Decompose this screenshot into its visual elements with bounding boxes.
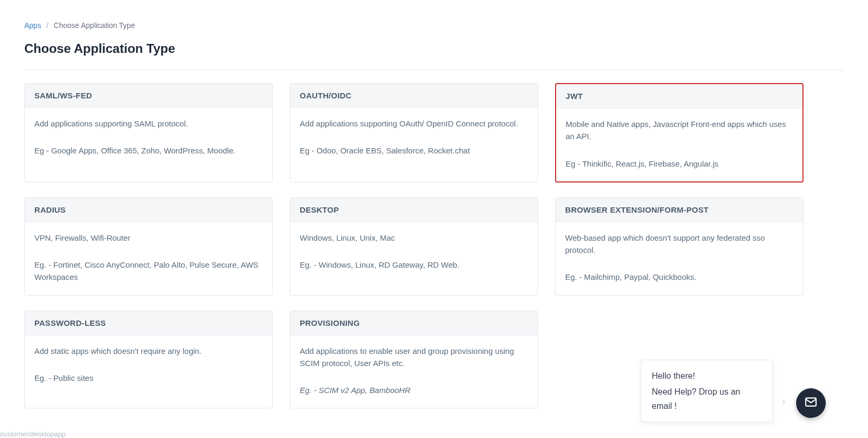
- card-description: Add applications to enable user and grou…: [300, 345, 528, 370]
- card-examples: Eg. - Fortinet, Cisco AnyConnect, Palo A…: [34, 259, 263, 284]
- card-header: PASSWORD-LESS: [25, 311, 272, 335]
- card-body: Add static apps which doesn't require an…: [25, 335, 272, 408]
- card-description: Web-based app which doesn't support any …: [565, 232, 793, 257]
- card-header: RADIUS: [25, 198, 272, 222]
- card-radius[interactable]: RADIUS VPN, Firewalls, Wifi-Router Eg. -…: [24, 197, 273, 296]
- card-description: VPN, Firewalls, Wifi-Router: [34, 232, 263, 244]
- breadcrumb-current: Choose Application Type: [54, 21, 135, 30]
- card-examples: Eg. - Mailchimp, Paypal, Quickbooks.: [565, 271, 793, 283]
- card-title: RADIUS: [34, 205, 263, 214]
- card-header: BROWSER EXTENSION/FORM-POST: [556, 198, 803, 222]
- chat-tooltip: Hello there! Need Help? Drop us an email…: [641, 360, 773, 422]
- card-title: DESKTOP: [300, 205, 528, 214]
- card-examples: Eg - Odoo, Oracle EBS, Salesforce, Rocke…: [300, 144, 528, 157]
- card-examples: Eg. - Public sites: [34, 372, 263, 384]
- card-header: OAUTH/OIDC: [290, 84, 538, 108]
- footer-hint: customer/desktopapp: [0, 430, 66, 438]
- card-title: JWT: [566, 92, 793, 101]
- chat-launcher-button[interactable]: [796, 388, 826, 418]
- card-body: VPN, Firewalls, Wifi-Router Eg. - Fortin…: [25, 222, 272, 295]
- card-header: SAML/WS-FED: [25, 84, 272, 108]
- chat-tooltip-line1: Hello there!: [652, 369, 762, 383]
- card-jwt[interactable]: JWT Mobile and Native apps, Javascript F…: [555, 83, 804, 182]
- card-description: Mobile and Native apps, Javascript Front…: [566, 118, 793, 143]
- card-body: Add applications supporting SAML protoco…: [25, 108, 272, 182]
- page-title: Choose Application Type: [24, 41, 844, 56]
- card-body: Mobile and Native apps, Javascript Front…: [556, 108, 802, 181]
- card-browser-extension-form-post[interactable]: BROWSER EXTENSION/FORM-POST Web-based ap…: [555, 197, 804, 296]
- card-password-less[interactable]: PASSWORD-LESS Add static apps which does…: [24, 311, 273, 409]
- card-oauth-oidc[interactable]: OAUTH/OIDC Add applications supporting O…: [290, 83, 538, 182]
- chat-tooltip-line2: Need Help? Drop us an email !: [652, 385, 762, 413]
- card-body: Add applications to enable user and grou…: [290, 335, 538, 408]
- card-title: OAUTH/OIDC: [300, 91, 528, 100]
- card-description: Add applications supporting OAuth/ OpenI…: [300, 117, 528, 130]
- chevron-right-icon: ›: [782, 395, 786, 407]
- card-header: PROVISIONING: [290, 311, 538, 335]
- card-saml-ws-fed[interactable]: SAML/WS-FED Add applications supporting …: [24, 83, 273, 182]
- card-description: Windows, Linux, Unix, Mac: [300, 232, 528, 244]
- card-body: Web-based app which doesn't support any …: [556, 222, 803, 295]
- mail-icon: [804, 395, 818, 411]
- card-description: Add applications supporting SAML protoco…: [34, 117, 263, 130]
- card-body: Add applications supporting OAuth/ OpenI…: [290, 108, 538, 182]
- breadcrumb-separator: /: [47, 21, 49, 30]
- breadcrumb-root-link[interactable]: Apps: [24, 21, 41, 30]
- card-examples: Eg - Google Apps, Office 365, Zoho, Word…: [34, 144, 263, 157]
- card-header: JWT: [556, 84, 802, 108]
- card-title: BROWSER EXTENSION/FORM-POST: [565, 205, 793, 214]
- card-examples: Eg. - Windows, Linux, RD Gateway, RD Web…: [300, 259, 528, 271]
- card-description: Add static apps which doesn't require an…: [34, 345, 263, 357]
- card-title: PROVISIONING: [300, 318, 528, 327]
- breadcrumb: Apps / Choose Application Type: [24, 21, 844, 30]
- section-divider: [24, 70, 844, 70]
- card-title: PASSWORD-LESS: [34, 318, 263, 327]
- card-header: DESKTOP: [290, 198, 538, 222]
- card-provisioning[interactable]: PROVISIONING Add applications to enable …: [290, 311, 538, 409]
- card-examples: Eg - Thinkific, React.js, Firebase, Angu…: [566, 158, 793, 170]
- card-body: Windows, Linux, Unix, Mac Eg. - Windows,…: [290, 222, 538, 295]
- card-examples: Eg. - SCIM v2 App, BambooHR: [300, 384, 528, 396]
- card-desktop[interactable]: DESKTOP Windows, Linux, Unix, Mac Eg. - …: [290, 197, 538, 296]
- card-title: SAML/WS-FED: [34, 91, 263, 100]
